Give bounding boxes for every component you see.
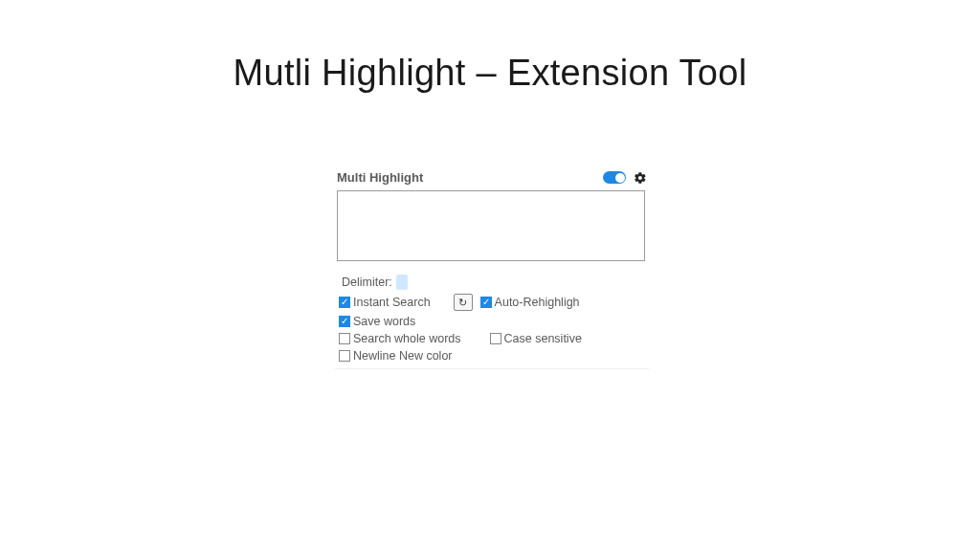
delimiter-label: Delimiter:	[342, 276, 392, 289]
instant-search-checkbox[interactable]	[339, 297, 350, 308]
panel-title: Multi Highlight	[337, 170, 423, 185]
options-row-2: Save words	[335, 313, 649, 330]
delimiter-row: Delimiter:	[335, 273, 649, 292]
save-words-label: Save words	[353, 315, 415, 328]
newline-new-color-checkbox[interactable]	[339, 350, 350, 362]
case-sensitive-checkbox[interactable]	[490, 333, 501, 344]
delimiter-value[interactable]	[396, 275, 408, 290]
auto-rehighlight-label: Auto-Rehighligh	[495, 296, 580, 309]
options-row-3: Search whole words Case sensitive	[335, 330, 649, 347]
newline-new-color-label: Newline New color	[353, 349, 453, 363]
options-row-4: Newline New color	[335, 347, 649, 364]
words-input[interactable]	[337, 190, 645, 261]
slide-title: Mutli Highlight – Extension Tool	[0, 53, 980, 94]
search-whole-words-label: Search whole words	[353, 332, 461, 345]
auto-rehighlight-checkbox[interactable]	[480, 297, 492, 308]
settings-icon[interactable]	[634, 171, 647, 185]
case-sensitive-label: Case sensitive	[504, 332, 582, 345]
panel-header: Multi Highlight	[335, 170, 649, 190]
panel-header-controls	[603, 171, 647, 185]
search-whole-words-checkbox[interactable]	[339, 333, 350, 344]
options-row-1: Instant Search ↻ Auto-Rehighligh	[335, 292, 649, 313]
instant-search-label: Instant Search	[353, 296, 431, 309]
refresh-button[interactable]: ↻	[454, 294, 473, 311]
extension-popup: Multi Highlight Delimiter: Instant Searc…	[335, 170, 649, 369]
enable-toggle[interactable]	[603, 171, 626, 184]
save-words-checkbox[interactable]	[339, 316, 350, 327]
panel-divider	[335, 368, 649, 369]
